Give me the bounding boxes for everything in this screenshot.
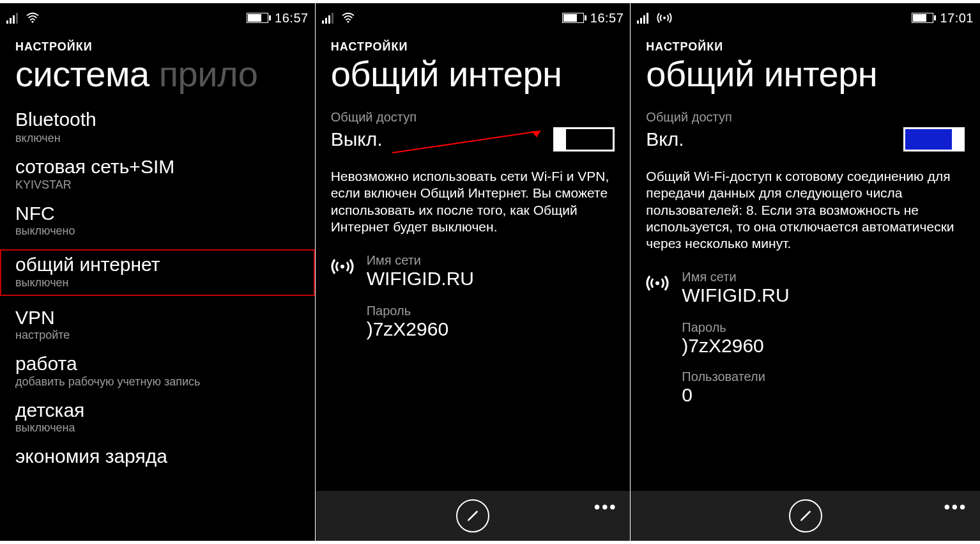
page-title: общий интерн (316, 56, 631, 92)
pivot-next: прило (159, 54, 258, 94)
signal-icon (322, 12, 333, 24)
pwd-value: )7zX2960 (682, 335, 965, 357)
item-sub: выключена (15, 421, 300, 435)
signal-icon (6, 12, 18, 24)
wifi-icon (341, 12, 355, 24)
page-title: общий интерн (631, 56, 980, 92)
password-row[interactable]: Пароль )7zX2960 (316, 304, 631, 340)
list-item-kids[interactable]: детская выключена (15, 400, 300, 435)
pwd-value: )7zX2960 (367, 318, 615, 340)
item-title: NFC (15, 203, 300, 224)
battery-icon (912, 13, 933, 23)
item-sub: добавить рабочую учетную запись (15, 375, 300, 389)
item-title: экономия заряда (15, 446, 300, 467)
svg-point-6 (655, 281, 659, 285)
clock: 16:57 (275, 11, 309, 26)
list-item-battery-saver[interactable]: экономия заряда (15, 446, 300, 467)
breadcrumb: НАСТРОЙКИ (0, 29, 315, 56)
arrow-annotation-icon (392, 128, 558, 154)
network-name-row[interactable]: Имя сети WIFIGID.RU (631, 270, 980, 306)
screen-hotspot-on: 17:01 НАСТРОЙКИ общий интерн Общий досту… (631, 3, 980, 541)
share-label: Общий доступ (631, 110, 980, 125)
users-value: 0 (682, 384, 965, 406)
status-bar: 17:01 (631, 3, 980, 29)
item-sub: выключен (15, 276, 300, 290)
battery-icon (247, 13, 268, 23)
item-title: VPN (15, 307, 300, 328)
password-row[interactable]: Пароль )7zX2960 (631, 320, 980, 357)
item-title: сотовая сеть+SIM (15, 157, 300, 177)
network-name-row[interactable]: Имя сети WIFIGID.RU (316, 253, 631, 290)
svg-point-4 (341, 265, 344, 268)
list-item-nfc[interactable]: NFC выключено (15, 203, 300, 238)
item-title: работа (15, 354, 300, 374)
share-toggle[interactable] (553, 127, 615, 152)
battery-icon (562, 13, 584, 23)
item-sub: выключено (15, 224, 300, 238)
net-label: Имя сети (682, 270, 789, 284)
clock: 17:01 (940, 11, 974, 26)
screen-settings-system: 16:57 НАСТРОЙКИ система прило Bluetooth … (0, 3, 315, 541)
share-description: Общий Wi-Fi-доступ к сотовому соединению… (631, 168, 980, 252)
app-bar: ••• (316, 491, 631, 541)
breadcrumb: НАСТРОЙКИ (631, 29, 980, 56)
list-item-work[interactable]: работа добавить рабочую учетную запись (15, 354, 300, 389)
page-title[interactable]: система прило (0, 56, 315, 92)
settings-list[interactable]: Bluetooth включен сотовая сеть+SIM KYIVS… (0, 110, 315, 541)
svg-marker-3 (532, 131, 540, 137)
list-item-hotspot[interactable]: общий интернет выключен (0, 249, 315, 296)
share-toggle[interactable] (903, 127, 965, 152)
wifi-icon (26, 12, 40, 24)
pivot-main: система (15, 54, 149, 94)
status-bar: 16:57 (0, 3, 315, 29)
broadcast-icon (646, 270, 670, 306)
screen-hotspot-off: 16:57 НАСТРОЙКИ общий интерн Общий досту… (316, 3, 631, 541)
pwd-label: Пароль (367, 304, 615, 318)
breadcrumb: НАСТРОЙКИ (316, 29, 631, 56)
signal-icon (637, 12, 648, 24)
svg-point-0 (32, 21, 34, 23)
app-bar: ••• (631, 491, 980, 541)
list-item-vpn[interactable]: VPN настройте (15, 307, 300, 343)
svg-point-1 (347, 21, 349, 23)
net-label: Имя сети (367, 253, 474, 268)
net-value: WIFIGID.RU (682, 284, 789, 306)
item-sub: включен (15, 132, 300, 145)
users-row: Пользователи 0 (631, 369, 980, 406)
list-item-bluetooth[interactable]: Bluetooth включен (15, 110, 300, 145)
share-label: Общий доступ (316, 110, 631, 125)
svg-point-5 (663, 17, 666, 19)
item-sub: KYIVSTAR (15, 178, 300, 192)
item-title: детская (15, 400, 300, 421)
broadcast-status-icon (656, 12, 673, 24)
broadcast-icon (331, 253, 355, 290)
item-title: общий интернет (15, 254, 300, 275)
clock: 16:57 (590, 11, 624, 26)
status-bar: 16:57 (316, 3, 631, 29)
users-label: Пользователи (682, 369, 965, 384)
edit-button[interactable] (789, 499, 822, 532)
share-state: Вкл. (646, 128, 684, 150)
more-button[interactable]: ••• (944, 497, 967, 517)
net-value: WIFIGID.RU (367, 268, 474, 290)
more-button[interactable]: ••• (594, 497, 617, 517)
svg-line-2 (392, 131, 540, 153)
item-sub: настройте (15, 329, 300, 342)
edit-button[interactable] (456, 499, 489, 532)
share-state: Выкл. (331, 128, 383, 150)
share-description: Невозможно использовать сети Wi-Fi и VPN… (316, 168, 631, 235)
pwd-label: Пароль (682, 320, 965, 335)
list-item-cellular[interactable]: сотовая сеть+SIM KYIVSTAR (15, 157, 300, 192)
